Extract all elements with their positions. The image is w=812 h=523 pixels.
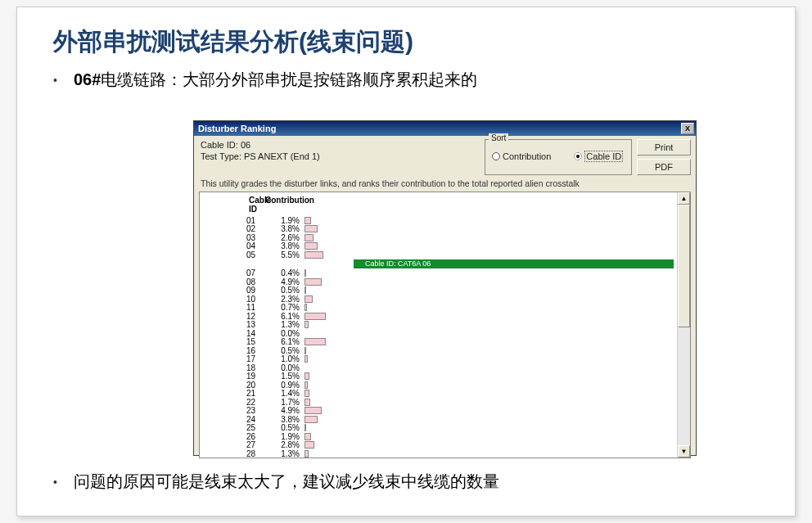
- table-row[interactable]: 156.1%: [200, 338, 677, 347]
- scrollbar[interactable]: ▲ ▼: [677, 192, 690, 458]
- table-row[interactable]: 140.0%: [200, 329, 677, 338]
- row-cable-id: 17: [200, 354, 260, 363]
- row-bar-cell: [304, 295, 677, 303]
- row-bar-cell: [304, 450, 677, 458]
- table-row[interactable]: 090.5%: [200, 286, 677, 295]
- row-cable-id: 03: [200, 233, 260, 242]
- row-cable-id: 04: [200, 241, 260, 250]
- row-cable-id: 01: [200, 216, 260, 225]
- row-contribution: 3.8%: [260, 241, 304, 250]
- radio-cable-id[interactable]: Cable ID: [574, 151, 623, 162]
- row-contribution: 2.3%: [260, 295, 304, 304]
- top-row: Cable ID: 06 Test Type: PS ANEXT (End 1)…: [194, 136, 696, 177]
- contribution-bar: [304, 407, 322, 414]
- contribution-bar: [304, 304, 307, 311]
- contribution-bar: [304, 286, 306, 294]
- row-bar-cell: [304, 234, 677, 241]
- contribution-bar: [304, 295, 313, 303]
- scroll-thumb[interactable]: [678, 205, 690, 327]
- table-row[interactable]: 261.9%: [200, 432, 677, 441]
- row-cable-id: 07: [200, 268, 260, 277]
- ranking-grid: Cable ID Contribution 011.9%023.8%032.6%…: [199, 192, 691, 458]
- row-cable-id: 13: [200, 320, 260, 329]
- bullet-dot: •: [53, 471, 57, 489]
- contribution-bar: [304, 381, 308, 389]
- disturber-ranking-window: Disturber Ranking X Cable ID: 06 Test Ty…: [193, 120, 697, 456]
- table-row[interactable]: 043.8%: [200, 242, 677, 251]
- print-button[interactable]: Print: [637, 139, 691, 156]
- row-cable-id: 09: [200, 286, 260, 295]
- table-row[interactable]: 234.9%: [200, 407, 677, 416]
- pdf-button[interactable]: PDF: [637, 159, 691, 175]
- scroll-up-button[interactable]: ▲: [678, 192, 690, 205]
- selected-row-highlight: Cable ID: CAT6A 06: [354, 259, 674, 268]
- table-row[interactable]: 126.1%: [200, 312, 677, 321]
- table-row[interactable]: 032.6%: [200, 233, 677, 242]
- window-title: Disturber Ranking: [198, 124, 276, 133]
- row-cable-id: 28: [200, 449, 260, 458]
- row-bar-cell: [304, 269, 677, 277]
- row-cable-id: 14: [200, 329, 260, 338]
- table-row[interactable]: 102.3%: [200, 295, 677, 304]
- row-contribution: 0.7%: [260, 303, 304, 312]
- row-bar-cell: [304, 304, 677, 311]
- table-row[interactable]: 191.5%: [200, 372, 677, 381]
- row-contribution: 1.7%: [260, 398, 304, 407]
- button-column: Print PDF: [637, 139, 691, 175]
- table-row[interactable]: 250.5%: [200, 424, 677, 433]
- ranking-list: Cable ID Contribution 011.9%023.8%032.6%…: [200, 192, 677, 458]
- table-row[interactable]: 171.0%: [200, 355, 677, 364]
- row-bar-cell: [304, 399, 677, 406]
- row-contribution: 0.0%: [260, 329, 304, 338]
- table-row[interactable]: 291.0%: [200, 458, 677, 459]
- table-row[interactable]: 200.9%: [200, 381, 677, 390]
- table-row[interactable]: 211.4%: [200, 390, 677, 399]
- table-row[interactable]: 221.7%: [200, 398, 677, 407]
- row-contribution: 4.9%: [260, 277, 304, 286]
- row-cable-id: 05: [200, 250, 260, 259]
- row-bar-cell: [304, 242, 677, 250]
- contribution-bar: [304, 424, 306, 431]
- contribution-bar: [304, 251, 323, 259]
- close-button[interactable]: X: [681, 123, 694, 134]
- row-contribution: 6.1%: [260, 312, 304, 321]
- table-row[interactable]: 070.4%: [200, 269, 677, 278]
- row-contribution: 1.9%: [260, 216, 304, 225]
- row-contribution: 1.9%: [260, 432, 304, 441]
- table-row[interactable]: 131.3%: [200, 321, 677, 330]
- row-contribution: 1.3%: [260, 449, 304, 458]
- test-type-label: Test Type: PS ANEXT (End 1): [201, 151, 480, 162]
- contribution-bar: [304, 313, 326, 320]
- row-bar-cell: [304, 433, 677, 440]
- bullet-dot: •: [53, 69, 57, 87]
- contribution-bar: [304, 242, 318, 250]
- selected-row[interactable]: Cable ID: CAT6A 06: [200, 259, 677, 269]
- row-bar-cell: [304, 381, 677, 389]
- table-row[interactable]: 055.5%: [200, 250, 677, 259]
- table-row[interactable]: 011.9%: [200, 216, 677, 225]
- table-row[interactable]: 084.9%: [200, 277, 677, 286]
- table-row[interactable]: 160.5%: [200, 346, 677, 355]
- row-bar-cell: [304, 313, 677, 320]
- radio-contribution[interactable]: Contribution: [492, 151, 551, 161]
- sort-legend: Sort: [489, 133, 508, 142]
- row-contribution: 1.4%: [260, 389, 304, 398]
- row-cable-id: 02: [200, 224, 260, 233]
- table-row[interactable]: 180.0%: [200, 363, 677, 372]
- table-row[interactable]: 272.8%: [200, 441, 677, 450]
- row-bar-cell: [304, 278, 677, 286]
- contribution-bar: [304, 347, 306, 354]
- table-row[interactable]: 110.7%: [200, 304, 677, 313]
- scroll-down-button[interactable]: ▼: [678, 445, 690, 458]
- row-contribution: 1.0%: [260, 458, 304, 458]
- row-bar-cell: [304, 330, 677, 337]
- table-row[interactable]: 243.8%: [200, 415, 677, 424]
- row-contribution: 0.9%: [260, 381, 304, 390]
- row-contribution: 3.8%: [260, 415, 304, 424]
- row-cable-id: 27: [200, 440, 260, 449]
- table-row[interactable]: 023.8%: [200, 225, 677, 234]
- contribution-bar: [304, 390, 309, 397]
- slide-title: 外部串扰测试结果分析(线束问题): [17, 7, 795, 64]
- window-titlebar[interactable]: Disturber Ranking X: [194, 121, 696, 136]
- table-row[interactable]: 281.3%: [200, 449, 677, 458]
